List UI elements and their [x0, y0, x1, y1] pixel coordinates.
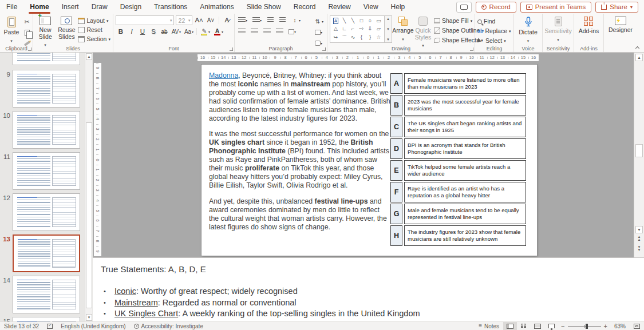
decrease-font-size-button[interactable]: A˅ — [206, 16, 215, 25]
align-center-button[interactable] — [250, 27, 259, 36]
bold-button[interactable]: B — [116, 27, 126, 36]
increase-font-size-button[interactable]: A˄ — [194, 16, 204, 25]
tab-design[interactable]: Design — [114, 0, 148, 14]
shape-glyph-15[interactable]: { — [361, 34, 362, 41]
table-letter-cell[interactable]: D — [390, 138, 402, 159]
table-text-cell[interactable]: Raye is identified as an artist who has … — [404, 182, 526, 202]
tab-draw[interactable]: Draw — [85, 0, 114, 14]
zoom-out-button[interactable]: − — [561, 323, 564, 329]
thumbnail-scroll-up-icon[interactable]: ▲ — [86, 53, 92, 60]
tab-transitions[interactable]: Transitions — [148, 0, 193, 14]
align-right-button[interactable] — [262, 27, 272, 36]
shape-glyph-3[interactable]: □ — [360, 17, 363, 25]
table-letter-cell[interactable]: C — [390, 117, 402, 137]
thumbnail-image[interactable] — [13, 111, 80, 149]
reset-button[interactable]: Reset — [78, 26, 110, 34]
thumbnail-image[interactable] — [13, 53, 80, 65]
collapse-ribbon-button[interactable] — [635, 45, 640, 50]
select-button[interactable]: Select▾ — [477, 37, 511, 45]
addins-button[interactable]: Add-ins — [578, 15, 600, 36]
slide-thumbnail-15[interactable]: 15 — [1, 317, 85, 321]
reading-view-button[interactable] — [531, 322, 544, 330]
table-letter-cell[interactable]: A — [390, 73, 402, 94]
zoom-slider-thumb[interactable] — [586, 324, 588, 329]
quick-styles-button[interactable]: Quick Styles▾ — [414, 15, 432, 50]
cut-button[interactable]: ✂ — [22, 17, 31, 26]
share-button[interactable]: Share▾ — [595, 2, 638, 13]
clear-formatting-button[interactable]: A̷ — [222, 16, 232, 25]
find-button[interactable]: Find — [477, 18, 511, 25]
thumbnail-image[interactable] — [13, 276, 80, 313]
align-left-button[interactable] — [237, 27, 247, 36]
slide-show-button[interactable] — [544, 322, 558, 330]
font-size-combobox[interactable]: 22▾ — [176, 15, 192, 25]
tab-file[interactable]: File — [0, 0, 23, 14]
zoom-slider[interactable] — [568, 326, 601, 327]
font-dialog-launcher-icon[interactable] — [230, 47, 233, 51]
shape-glyph-5[interactable]: ▭ — [376, 17, 381, 25]
thumbnail-image[interactable] — [13, 234, 80, 272]
slide-thumbnail-9[interactable]: 9 — [1, 70, 85, 108]
slide-thumbnail-10[interactable]: 10 — [1, 111, 85, 149]
table-text-cell[interactable]: BPI is an acronym that stands for Britis… — [404, 138, 526, 159]
tab-review[interactable]: Review — [322, 0, 357, 14]
tab-animations[interactable]: Animations — [193, 0, 240, 14]
zoom-in-button[interactable]: + — [604, 323, 607, 329]
tab-record[interactable]: Record — [287, 0, 322, 14]
dictate-button[interactable]: Dictate▾ — [517, 15, 539, 45]
fit-slide-button[interactable] — [630, 322, 644, 330]
designer-button[interactable]: Designer — [607, 15, 634, 35]
paste-button[interactable]: Paste▾ — [2, 15, 21, 45]
thumbnail-image[interactable] — [13, 193, 80, 231]
slide-text-placeholder[interactable]: Madonna, Beyoncé, Britney, Whitney: if y… — [209, 71, 390, 238]
clipboard-dialog-launcher-icon[interactable] — [28, 47, 31, 51]
shape-glyph-13[interactable]: ⌒ — [342, 34, 347, 41]
slide-thumbnail-11[interactable]: 11 — [1, 152, 85, 190]
reuse-slides-button[interactable]: Reuse Slides — [57, 15, 76, 41]
thumbnail-image[interactable] — [13, 152, 80, 190]
language-button[interactable]: English (United Kingdom) — [57, 322, 129, 330]
paragraph-dialog-launcher-icon[interactable] — [322, 47, 326, 51]
line-spacing-button[interactable]: ↕▾ — [290, 15, 302, 25]
table-letter-cell[interactable]: E — [390, 160, 402, 181]
table-row-A[interactable]: AFemale musicians were listened to more … — [390, 73, 526, 94]
statements-table[interactable]: AFemale musicians were listened to more … — [390, 73, 526, 247]
font-color-button[interactable]: A▾ — [212, 27, 224, 36]
tab-view[interactable]: View — [357, 0, 385, 14]
text-highlight-button[interactable]: ✎▾ — [199, 27, 211, 36]
vertical-scrollbar-thumb[interactable] — [635, 144, 643, 157]
font-name-combobox[interactable]: ▾ — [116, 15, 174, 25]
section-button[interactable]: Section▾ — [78, 35, 110, 43]
shape-glyph-14[interactable]: ∿ — [351, 34, 355, 41]
shape-glyph-16[interactable]: } — [369, 34, 371, 41]
thumbnail-image[interactable] — [13, 317, 80, 321]
text-direction-button[interactable]: ⇅▾ — [313, 17, 325, 26]
columns-button[interactable]: ▾ — [287, 27, 297, 36]
shape-glyph-2[interactable]: ╲ — [351, 17, 354, 25]
slide-editing-surface[interactable]: Madonna, Beyoncé, Britney, Whitney: if y… — [202, 65, 537, 256]
vertical-scrollbar[interactable]: ▲ ▼ ▲▲ ▼▼ — [634, 53, 644, 257]
notes-pane[interactable]: True Statements: A, B, D, E •Iconic: Wor… — [93, 257, 644, 321]
record-button[interactable]: Record — [476, 2, 516, 13]
justify-button[interactable] — [275, 27, 285, 36]
sensitivity-button[interactable]: Sensitivity▾ — [545, 15, 571, 44]
table-row-E[interactable]: ETikTok helped some female artists reach… — [390, 160, 526, 181]
zoom-level-button[interactable]: 63% — [610, 322, 630, 330]
text-shadow-button[interactable]: S — [148, 27, 159, 36]
slide-sorter-view-button[interactable] — [517, 322, 531, 330]
thumbnail-scroll-down-icon[interactable]: ▼ — [86, 314, 92, 321]
table-text-cell[interactable]: Female musicians were listened to more o… — [404, 73, 526, 94]
notes-toggle-button[interactable]: ≡Notes — [475, 322, 503, 330]
table-text-cell[interactable]: The industry figures for 2023 show that … — [404, 225, 526, 246]
table-text-cell[interactable]: TikTok helped some female artists reach … — [404, 160, 526, 181]
strikethrough-button[interactable]: ab — [159, 27, 169, 36]
table-letter-cell[interactable]: G — [390, 204, 402, 224]
table-letter-cell[interactable]: B — [390, 95, 402, 116]
table-letter-cell[interactable]: F — [390, 182, 402, 202]
layout-button[interactable]: Layout▾ — [78, 17, 110, 25]
change-case-button[interactable]: Aa▾ — [183, 27, 195, 36]
scroll-up-arrow-icon[interactable]: ▲ — [635, 54, 643, 61]
shapes-gallery[interactable]: A╲╲□○▭△∟⌐⇨⇩▱↪⌒∿{}☆ — [330, 15, 385, 43]
italic-button[interactable]: I — [127, 27, 137, 36]
shape-glyph-6[interactable]: △ — [334, 25, 338, 33]
